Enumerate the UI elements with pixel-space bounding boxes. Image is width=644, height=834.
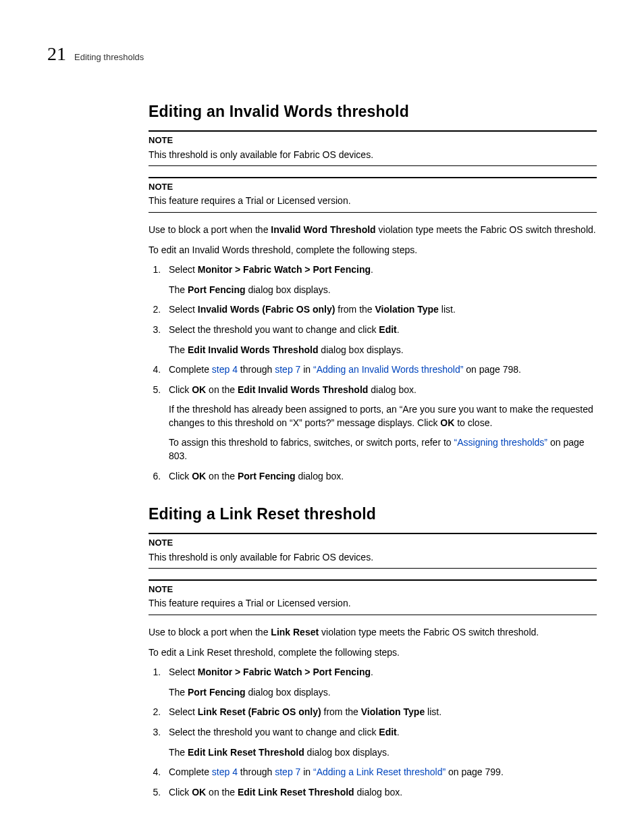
text: in <box>300 364 313 375</box>
link-adding-link-reset[interactable]: “Adding a Link Reset threshold” <box>313 766 446 777</box>
bold-text: Violation Type <box>375 304 439 315</box>
bold-text: OK <box>192 471 206 481</box>
step-item: Complete step 4 through step 7 in “Addin… <box>163 363 597 377</box>
intro-paragraph: Use to block a port when the Invalid Wor… <box>149 224 597 237</box>
step-item: Click OK on the Port Fencing dialog box. <box>163 470 597 484</box>
text: Click <box>169 384 192 395</box>
text: Click <box>169 471 192 481</box>
text: from the <box>321 706 361 717</box>
link-step-7[interactable]: step 7 <box>275 364 300 375</box>
menu-path: Monitor > Fabric Watch > Port Fencing <box>198 667 371 677</box>
bold-text: Edit Invalid Words Threshold <box>238 384 368 395</box>
link-step-7[interactable]: step 7 <box>275 766 300 777</box>
note-label: NOTE <box>149 181 597 193</box>
step-item: Complete step 4 through step 7 in “Addin… <box>163 766 597 779</box>
bold-text: Link Reset (Fabric OS only) <box>198 706 321 717</box>
text: The <box>169 344 188 355</box>
text: . <box>371 667 373 677</box>
bold-text: Edit <box>379 727 396 737</box>
link-step-4[interactable]: step 4 <box>212 766 238 777</box>
text: from the <box>335 304 375 315</box>
step-item: Select Invalid Words (Fabric OS only) fr… <box>163 303 597 317</box>
text: dialog box. <box>354 787 403 798</box>
section-title-link-reset: Editing a Link Reset threshold <box>149 503 597 525</box>
bold-text: Link Reset <box>271 627 319 637</box>
note-text: This feature requires a Trial or License… <box>149 194 597 208</box>
intro-paragraph: To edit a Link Reset threshold, complete… <box>149 646 597 660</box>
substep: To assign this threshold to fabrics, swi… <box>169 436 597 463</box>
step-item: Select Monitor > Fabric Watch > Port Fen… <box>163 263 597 296</box>
step-item: Select Monitor > Fabric Watch > Port Fen… <box>163 666 597 699</box>
note-rule <box>149 130 597 132</box>
running-header: Editing thresholds <box>74 51 144 63</box>
text: To assign this threshold to fabrics, swi… <box>169 437 454 448</box>
step-item: Select the threshold you want to change … <box>163 726 597 759</box>
text: on page 799. <box>446 766 504 777</box>
intro-paragraph: Use to block a port when the Link Reset … <box>149 626 597 640</box>
bold-text: Invalid Word Threshold <box>271 224 375 235</box>
link-assigning-thresholds[interactable]: “Assigning thresholds” <box>454 437 548 448</box>
bold-text: OK <box>192 384 206 395</box>
text: dialog box displays. <box>304 747 390 758</box>
step-item: Select the threshold you want to change … <box>163 323 597 357</box>
bold-text: Violation Type <box>361 706 425 717</box>
text: list. <box>425 706 441 717</box>
steps-list: Select Monitor > Fabric Watch > Port Fen… <box>149 263 597 483</box>
text: Select the threshold you want to change … <box>169 324 379 335</box>
text: Click <box>169 787 192 798</box>
bold-text: Edit Invalid Words Threshold <box>188 344 318 355</box>
note-rule-bottom <box>149 568 597 569</box>
note-text: This threshold is only available for Fab… <box>149 551 597 565</box>
text: violation type meets the Fabric OS switc… <box>319 627 539 637</box>
note-label: NOTE <box>149 134 597 147</box>
note-rule-bottom <box>149 615 597 615</box>
section-title-invalid-words: Editing an Invalid Words threshold <box>149 101 597 122</box>
text: Complete <box>169 766 212 777</box>
text: dialog box displays. <box>246 284 331 295</box>
text: The <box>169 284 188 295</box>
note-rule <box>149 177 597 178</box>
text: Select the threshold you want to change … <box>169 727 379 737</box>
text: Select <box>169 706 198 717</box>
text: Use to block a port when the <box>149 627 271 637</box>
substep: The Port Fencing dialog box displays. <box>169 686 597 700</box>
substep: The Edit Link Reset Threshold dialog box… <box>169 746 597 760</box>
text: on the <box>206 471 238 481</box>
link-adding-invalid-words[interactable]: “Adding an Invalid Words threshold” <box>313 364 463 375</box>
text: in <box>300 766 313 777</box>
bold-text: OK <box>192 787 206 798</box>
text: through <box>238 364 275 375</box>
text: list. <box>439 304 456 315</box>
bold-text: Edit Link Reset Threshold <box>238 787 354 798</box>
text: to close. <box>454 417 492 428</box>
note-rule <box>149 579 597 581</box>
text: dialog box displays. <box>246 687 331 698</box>
note-rule-bottom <box>149 212 597 213</box>
chapter-number: 21 <box>47 41 66 67</box>
text: dialog box. <box>368 384 417 395</box>
text: Select <box>169 264 198 275</box>
step-item: Select Link Reset (Fabric OS only) from … <box>163 706 597 719</box>
menu-path: Monitor > Fabric Watch > Port Fencing <box>198 264 371 275</box>
bold-text: Invalid Words (Fabric OS only) <box>198 304 336 315</box>
bold-text: OK <box>440 417 454 428</box>
text: The <box>169 687 188 698</box>
bold-text: Edit Link Reset Threshold <box>188 747 304 758</box>
link-step-4[interactable]: step 4 <box>212 364 238 375</box>
bold-text: Port Fencing <box>188 284 246 295</box>
text: dialog box. <box>296 471 344 481</box>
text: If the threshold has already been assign… <box>169 404 593 428</box>
note-label: NOTE <box>149 583 597 596</box>
page-content: Editing an Invalid Words threshold NOTE … <box>149 101 597 799</box>
text: on the <box>206 787 238 798</box>
note-text: This threshold is only available for Fab… <box>149 149 597 162</box>
text: on the <box>206 384 238 395</box>
note-rule <box>149 533 597 534</box>
bold-text: Port Fencing <box>238 471 296 481</box>
note-label: NOTE <box>149 537 597 549</box>
step-item: Click OK on the Edit Invalid Words Thres… <box>163 384 597 463</box>
text: Complete <box>169 364 212 375</box>
text: . <box>397 727 400 737</box>
text: Select <box>169 667 198 677</box>
note-text: This feature requires a Trial or License… <box>149 597 597 610</box>
